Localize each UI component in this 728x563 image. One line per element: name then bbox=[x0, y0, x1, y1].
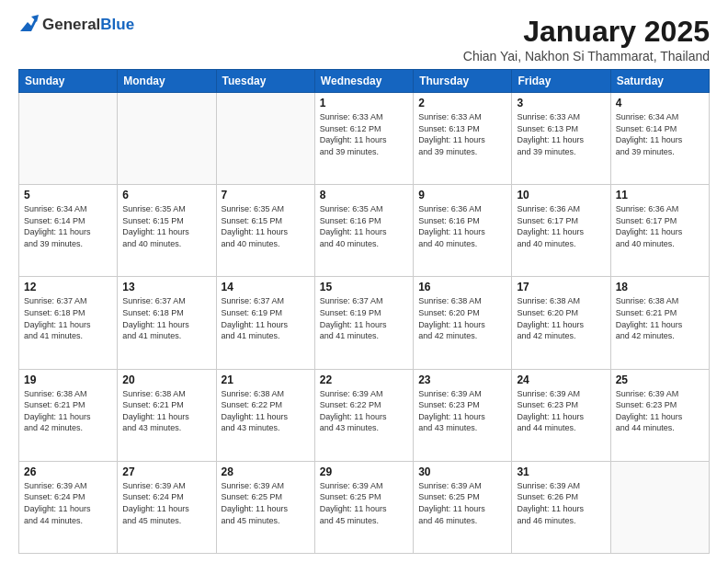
day-number: 22 bbox=[320, 373, 408, 386]
day-cell: 29Sunrise: 6:39 AM Sunset: 6:25 PM Dayli… bbox=[314, 461, 413, 553]
day-info: Sunrise: 6:38 AM Sunset: 6:20 PM Dayligh… bbox=[517, 295, 605, 341]
week-row-1: 1Sunrise: 6:33 AM Sunset: 6:12 PM Daylig… bbox=[19, 93, 710, 185]
day-cell: 16Sunrise: 6:38 AM Sunset: 6:20 PM Dayli… bbox=[414, 277, 512, 369]
day-number: 16 bbox=[418, 281, 506, 293]
page: GeneralBlue January 2025 Chian Yai, Nakh… bbox=[0, 0, 728, 563]
day-info: Sunrise: 6:33 AM Sunset: 6:13 PM Dayligh… bbox=[418, 111, 506, 157]
day-cell: 20Sunrise: 6:38 AM Sunset: 6:21 PM Dayli… bbox=[118, 369, 216, 461]
day-cell: 8Sunrise: 6:35 AM Sunset: 6:16 PM Daylig… bbox=[314, 185, 413, 277]
week-row-3: 12Sunrise: 6:37 AM Sunset: 6:18 PM Dayli… bbox=[19, 277, 710, 369]
day-info: Sunrise: 6:37 AM Sunset: 6:18 PM Dayligh… bbox=[122, 295, 210, 341]
title-block: January 2025 Chian Yai, Nakhon Si Thamma… bbox=[463, 15, 710, 63]
day-cell: 21Sunrise: 6:38 AM Sunset: 6:22 PM Dayli… bbox=[216, 369, 314, 461]
day-number: 26 bbox=[24, 465, 112, 478]
day-cell: 31Sunrise: 6:39 AM Sunset: 6:26 PM Dayli… bbox=[512, 461, 610, 553]
day-cell: 11Sunrise: 6:36 AM Sunset: 6:17 PM Dayli… bbox=[610, 185, 709, 277]
svg-marker-1 bbox=[20, 18, 37, 31]
day-info: Sunrise: 6:38 AM Sunset: 6:21 PM Dayligh… bbox=[122, 388, 210, 434]
logo-icon bbox=[18, 15, 39, 35]
day-number: 4 bbox=[616, 97, 704, 109]
day-info: Sunrise: 6:39 AM Sunset: 6:25 PM Dayligh… bbox=[418, 480, 506, 526]
day-info: Sunrise: 6:35 AM Sunset: 6:16 PM Dayligh… bbox=[320, 203, 408, 249]
day-number: 17 bbox=[517, 281, 605, 293]
day-info: Sunrise: 6:35 AM Sunset: 6:15 PM Dayligh… bbox=[222, 203, 310, 249]
week-row-5: 26Sunrise: 6:39 AM Sunset: 6:24 PM Dayli… bbox=[19, 461, 710, 553]
day-number: 2 bbox=[418, 97, 506, 109]
day-info: Sunrise: 6:38 AM Sunset: 6:21 PM Dayligh… bbox=[616, 295, 704, 341]
day-info: Sunrise: 6:35 AM Sunset: 6:15 PM Dayligh… bbox=[122, 203, 210, 249]
logo: GeneralBlue bbox=[18, 15, 134, 35]
day-cell: 10Sunrise: 6:36 AM Sunset: 6:17 PM Dayli… bbox=[512, 185, 610, 277]
day-number: 31 bbox=[517, 465, 605, 478]
day-cell: 17Sunrise: 6:38 AM Sunset: 6:20 PM Dayli… bbox=[512, 277, 610, 369]
day-cell: 30Sunrise: 6:39 AM Sunset: 6:25 PM Dayli… bbox=[414, 461, 512, 553]
month-title: January 2025 bbox=[463, 15, 710, 49]
calendar-header-row: SundayMondayTuesdayWednesdayThursdayFrid… bbox=[19, 70, 710, 93]
day-number: 1 bbox=[320, 97, 408, 109]
day-info: Sunrise: 6:33 AM Sunset: 6:12 PM Dayligh… bbox=[320, 111, 408, 157]
day-number: 18 bbox=[616, 281, 704, 293]
day-cell: 27Sunrise: 6:39 AM Sunset: 6:24 PM Dayli… bbox=[118, 461, 216, 553]
day-info: Sunrise: 6:38 AM Sunset: 6:20 PM Dayligh… bbox=[418, 295, 506, 341]
day-number: 6 bbox=[122, 189, 210, 201]
day-cell: 14Sunrise: 6:37 AM Sunset: 6:19 PM Dayli… bbox=[216, 277, 314, 369]
day-info: Sunrise: 6:37 AM Sunset: 6:18 PM Dayligh… bbox=[24, 295, 112, 341]
day-cell: 3Sunrise: 6:33 AM Sunset: 6:13 PM Daylig… bbox=[512, 93, 610, 185]
week-row-2: 5Sunrise: 6:34 AM Sunset: 6:14 PM Daylig… bbox=[19, 185, 710, 277]
day-number: 3 bbox=[517, 97, 605, 109]
column-header-saturday: Saturday bbox=[610, 70, 709, 93]
day-number: 8 bbox=[320, 189, 408, 201]
day-cell: 4Sunrise: 6:34 AM Sunset: 6:14 PM Daylig… bbox=[610, 93, 709, 185]
day-cell: 15Sunrise: 6:37 AM Sunset: 6:19 PM Dayli… bbox=[314, 277, 413, 369]
column-header-thursday: Thursday bbox=[414, 70, 512, 93]
day-cell: 2Sunrise: 6:33 AM Sunset: 6:13 PM Daylig… bbox=[414, 93, 512, 185]
day-number: 11 bbox=[616, 189, 704, 201]
day-info: Sunrise: 6:37 AM Sunset: 6:19 PM Dayligh… bbox=[320, 295, 408, 341]
day-cell: 1Sunrise: 6:33 AM Sunset: 6:12 PM Daylig… bbox=[314, 93, 413, 185]
day-number: 25 bbox=[616, 373, 704, 386]
day-info: Sunrise: 6:38 AM Sunset: 6:21 PM Dayligh… bbox=[24, 388, 112, 434]
day-cell bbox=[118, 93, 216, 185]
day-info: Sunrise: 6:36 AM Sunset: 6:17 PM Dayligh… bbox=[616, 203, 704, 249]
day-info: Sunrise: 6:39 AM Sunset: 6:24 PM Dayligh… bbox=[122, 480, 210, 526]
day-cell: 22Sunrise: 6:39 AM Sunset: 6:22 PM Dayli… bbox=[314, 369, 413, 461]
day-cell: 19Sunrise: 6:38 AM Sunset: 6:21 PM Dayli… bbox=[19, 369, 118, 461]
day-number: 29 bbox=[320, 465, 408, 478]
day-info: Sunrise: 6:36 AM Sunset: 6:17 PM Dayligh… bbox=[517, 203, 605, 249]
day-cell bbox=[19, 93, 118, 185]
day-number: 20 bbox=[122, 373, 210, 386]
day-info: Sunrise: 6:39 AM Sunset: 6:23 PM Dayligh… bbox=[418, 388, 506, 434]
day-cell: 12Sunrise: 6:37 AM Sunset: 6:18 PM Dayli… bbox=[19, 277, 118, 369]
day-info: Sunrise: 6:36 AM Sunset: 6:16 PM Dayligh… bbox=[418, 203, 506, 249]
day-number: 30 bbox=[418, 465, 506, 478]
location-title: Chian Yai, Nakhon Si Thammarat, Thailand bbox=[463, 49, 710, 63]
day-number: 5 bbox=[24, 189, 112, 201]
day-cell: 28Sunrise: 6:39 AM Sunset: 6:25 PM Dayli… bbox=[216, 461, 314, 553]
day-cell: 23Sunrise: 6:39 AM Sunset: 6:23 PM Dayli… bbox=[414, 369, 512, 461]
column-header-sunday: Sunday bbox=[19, 70, 118, 93]
day-info: Sunrise: 6:39 AM Sunset: 6:23 PM Dayligh… bbox=[616, 388, 704, 434]
day-cell: 13Sunrise: 6:37 AM Sunset: 6:18 PM Dayli… bbox=[118, 277, 216, 369]
day-number: 7 bbox=[222, 189, 310, 201]
day-cell: 5Sunrise: 6:34 AM Sunset: 6:14 PM Daylig… bbox=[19, 185, 118, 277]
day-info: Sunrise: 6:39 AM Sunset: 6:24 PM Dayligh… bbox=[24, 480, 112, 526]
day-info: Sunrise: 6:39 AM Sunset: 6:25 PM Dayligh… bbox=[222, 480, 310, 526]
day-cell: 7Sunrise: 6:35 AM Sunset: 6:15 PM Daylig… bbox=[216, 185, 314, 277]
day-number: 15 bbox=[320, 281, 408, 293]
day-info: Sunrise: 6:39 AM Sunset: 6:25 PM Dayligh… bbox=[320, 480, 408, 526]
day-cell: 25Sunrise: 6:39 AM Sunset: 6:23 PM Dayli… bbox=[610, 369, 709, 461]
day-info: Sunrise: 6:39 AM Sunset: 6:23 PM Dayligh… bbox=[517, 388, 605, 434]
calendar-table: SundayMondayTuesdayWednesdayThursdayFrid… bbox=[18, 69, 710, 554]
day-cell: 9Sunrise: 6:36 AM Sunset: 6:16 PM Daylig… bbox=[414, 185, 512, 277]
day-info: Sunrise: 6:39 AM Sunset: 6:26 PM Dayligh… bbox=[517, 480, 605, 526]
day-info: Sunrise: 6:33 AM Sunset: 6:13 PM Dayligh… bbox=[517, 111, 605, 157]
day-number: 13 bbox=[122, 281, 210, 293]
column-header-tuesday: Tuesday bbox=[216, 70, 314, 93]
day-number: 19 bbox=[24, 373, 112, 386]
day-info: Sunrise: 6:37 AM Sunset: 6:19 PM Dayligh… bbox=[222, 295, 310, 341]
logo-general: General bbox=[42, 16, 100, 33]
day-cell bbox=[610, 461, 709, 553]
day-info: Sunrise: 6:34 AM Sunset: 6:14 PM Dayligh… bbox=[616, 111, 704, 157]
day-number: 14 bbox=[222, 281, 310, 293]
day-info: Sunrise: 6:39 AM Sunset: 6:22 PM Dayligh… bbox=[320, 388, 408, 434]
